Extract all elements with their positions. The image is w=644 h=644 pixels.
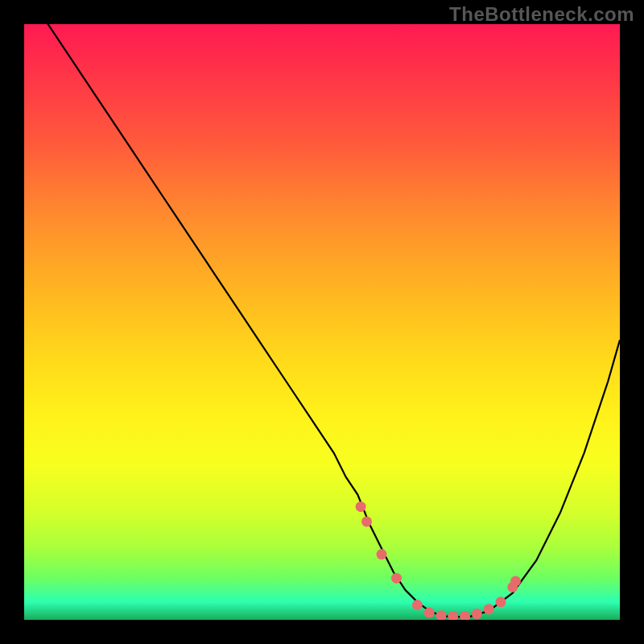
- data-dot: [356, 502, 366, 512]
- data-dot: [391, 573, 402, 584]
- plot-area: [24, 24, 620, 620]
- data-dot: [361, 516, 372, 526]
- watermark-text: TheBottleneck.com: [449, 3, 634, 26]
- data-dot: [377, 549, 387, 559]
- data-dots: [356, 502, 521, 620]
- bottleneck-curve: [24, 24, 620, 617]
- data-dot: [460, 611, 470, 620]
- data-dot: [424, 608, 435, 618]
- data-dot: [484, 604, 494, 614]
- data-dot: [472, 609, 482, 619]
- data-dot: [436, 610, 447, 620]
- data-dot: [496, 597, 506, 607]
- chart-svg: [24, 24, 620, 620]
- data-dot: [448, 611, 458, 620]
- chart-frame: TheBottleneck.com: [0, 0, 644, 644]
- data-dot: [412, 600, 423, 610]
- data-dot: [510, 576, 521, 586]
